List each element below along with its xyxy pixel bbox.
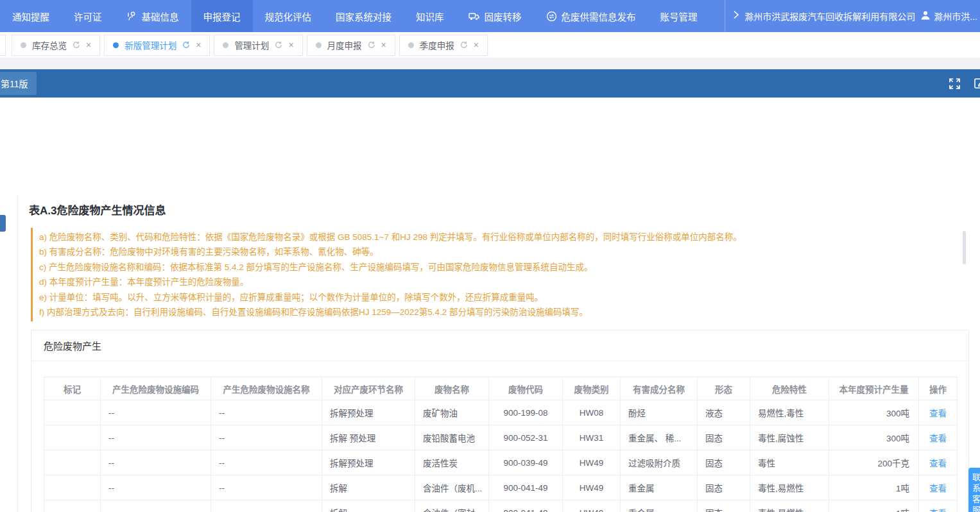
note-line-e: e) 计量单位：填写吨。以升、立方米等体积计量的，应折算成重量吨；以个数作为计量…	[39, 290, 961, 305]
view-link[interactable]: 查看	[929, 459, 947, 468]
cell-annual-amount: 300吨	[829, 400, 919, 425]
cell-facility-code: --	[101, 475, 211, 500]
col-mark: 标记	[44, 377, 101, 400]
col-actions: 操作	[919, 377, 958, 400]
cell-hazard-trait: 毒性,易燃性	[750, 500, 829, 512]
view-link[interactable]: 查看	[929, 509, 947, 512]
cell-waste-name: 废活性炭	[415, 450, 489, 475]
user-icon	[920, 10, 931, 22]
main-content: 表A.3危险废物产生情况信息 a) 危险废物名称、类别、代码和危险特性：依据《国…	[0, 98, 980, 512]
user-name: 滁州市洪...	[934, 10, 977, 22]
close-icon[interactable]: ×	[381, 40, 386, 49]
notes-block: a) 危险废物名称、类别、代码和危险特性：依据《国家危险废物名录》或根据 GB …	[31, 228, 961, 321]
table-wrapper: 标记 产生危险废物设施编码 产生危险废物设施名称 对应产废环节名称 废物名称 废…	[31, 361, 968, 512]
cell-facility-code: --	[101, 500, 211, 512]
nav-item-basic-info[interactable]: 基础信息	[114, 0, 191, 32]
nav-item-notifications[interactable]: 通知提醒	[0, 0, 62, 32]
close-icon[interactable]: ×	[86, 40, 91, 49]
view-link[interactable]: 查看	[929, 409, 947, 418]
col-waste-name: 废物名称	[415, 377, 489, 400]
col-form: 形态	[698, 377, 750, 400]
cell-process-stage: 拆解 预处理	[322, 425, 415, 450]
cell-waste-category: HW08	[563, 400, 621, 425]
truck-icon	[469, 12, 480, 21]
nav-item-national-system[interactable]: 国家系统对接	[323, 0, 404, 32]
user-menu[interactable]: 滁州市洪...	[920, 10, 977, 22]
contact-service-button[interactable]: 联系客服	[968, 468, 980, 512]
tab-quarterly-declaration[interactable]: 季度申报 ×	[399, 35, 488, 56]
fullscreen-icon[interactable]	[949, 78, 961, 90]
tab-management-plan[interactable]: 管理计划 ×	[214, 35, 302, 56]
cell-mark	[44, 450, 101, 475]
col-annual-amount: 本年度预计产生量	[829, 377, 919, 400]
col-waste-code: 废物代码	[489, 377, 563, 400]
cell-hazard-trait: 毒性	[750, 450, 829, 475]
chevron-right-icon[interactable]	[733, 10, 739, 22]
refresh-icon[interactable]	[460, 41, 468, 49]
tab-inventory-overview[interactable]: 库存总览 ×	[12, 35, 100, 56]
cell-facility-name: --	[211, 400, 322, 425]
cell-hazard-trait: 毒性,腐蚀性	[750, 425, 829, 450]
scrollbar-thumb[interactable]	[963, 231, 966, 264]
cell-mark	[44, 400, 101, 425]
nav-item-license[interactable]: 许可证	[62, 0, 114, 32]
col-process-stage: 对应产废环节名称	[322, 377, 415, 400]
tab-status-dot	[223, 42, 228, 48]
cell-facility-name: --	[211, 425, 322, 450]
refresh-icon[interactable]	[182, 41, 190, 49]
tab-bar: 库存总览 × 新版管理计划 × 管理计划 × 月度申报 × 季度申报 ×	[0, 32, 980, 58]
cell-mark	[44, 425, 101, 450]
edit-icon[interactable]	[974, 77, 980, 90]
tab-partial[interactable]	[0, 35, 6, 56]
refresh-icon[interactable]	[275, 41, 282, 49]
note-line-f: f) 内部治理方式及去向：自行利用设施编码、自行处置设施编码和贮存设施编码依据H…	[39, 305, 961, 320]
tab-label: 管理计划	[234, 38, 269, 51]
close-icon[interactable]: ×	[288, 40, 293, 49]
nav-item-label: 知识库	[416, 10, 444, 23]
refresh-icon[interactable]	[368, 41, 375, 49]
cell-process-stage: 拆解	[322, 500, 415, 512]
cell-waste-name: 废矿物油	[415, 400, 489, 425]
profile-icon	[126, 11, 137, 22]
table-row: -- -- 拆解 预处理 废铅酸蓄电池 900-052-31 HW31 重金属、…	[44, 425, 958, 450]
tab-label: 新版管理计划	[125, 38, 176, 51]
version-badge[interactable]: 第11版	[0, 72, 37, 95]
tab-new-management-plan[interactable]: 新版管理计划 ×	[104, 35, 210, 56]
content-divider	[17, 195, 18, 512]
cell-waste-category: HW49	[563, 475, 621, 500]
table-row: -- -- 拆解 含油件（密封... 900-041-49 HW49 重金属 固…	[44, 500, 958, 512]
drawer-handle[interactable]	[0, 215, 6, 232]
nav-item-standard-assessment[interactable]: 规范化评估	[253, 0, 324, 32]
close-icon[interactable]: ×	[474, 40, 479, 49]
top-navbar: 通知提醒 许可证 基础信息 申报登记 规范化评估 国家系统对接 知识库 固废转移…	[0, 0, 980, 32]
nav-item-declaration[interactable]: 申报登记	[191, 0, 253, 32]
cell-waste-name: 废铅酸蓄电池	[415, 425, 489, 450]
note-line-a: a) 危险废物名称、类别、代码和危险特性：依据《国家危险废物名录》或根据 GB …	[39, 230, 961, 244]
cell-waste-category: HW31	[563, 425, 621, 450]
nav-item-account[interactable]: 账号管理	[648, 0, 700, 32]
cell-form: 固态	[698, 450, 750, 475]
nav-item-supply-demand-publish[interactable]: 危废供需信息发布	[534, 0, 648, 32]
note-line-b: b) 有害成分名称：危险废物中对环境有害的主要污染物名称，如苯系物、氰化物、砷等…	[39, 244, 961, 259]
tab-status-dot	[21, 42, 26, 48]
cell-actions: 查看	[919, 450, 958, 475]
view-link[interactable]: 查看	[929, 484, 947, 493]
view-link[interactable]: 查看	[929, 434, 947, 443]
waste-generation-card: 危险废物产生 标记 产生危险废物设施编码 产生危险废物设施名称 对应产废环节名称…	[31, 330, 969, 512]
tab-status-dot	[316, 42, 322, 48]
cell-waste-category: HW49	[563, 500, 621, 512]
section-title: 危险废物产生	[31, 330, 968, 361]
nav-item-waste-transfer[interactable]: 固废转移	[456, 0, 534, 32]
refresh-icon[interactable]	[73, 41, 80, 49]
cell-waste-code: 900-041-49	[489, 500, 563, 512]
cell-facility-name: --	[211, 450, 322, 475]
publish-icon	[546, 11, 557, 22]
tab-monthly-declaration[interactable]: 月度申报 ×	[307, 35, 395, 56]
cell-waste-code: 900-199-08	[489, 400, 563, 425]
cell-annual-amount: 1吨	[829, 500, 919, 512]
cell-facility-code: --	[101, 450, 211, 475]
cell-waste-code: 900-041-49	[489, 475, 563, 500]
close-icon[interactable]: ×	[196, 40, 201, 49]
nav-item-label: 申报登记	[203, 10, 241, 23]
nav-item-knowledge-base[interactable]: 知识库	[404, 0, 456, 32]
